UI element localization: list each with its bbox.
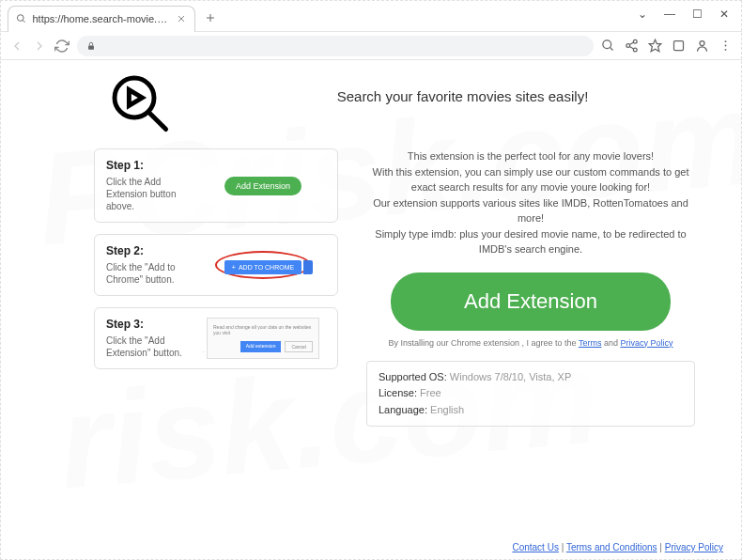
info-box: Supported OS: Windows 7/8/10, Vista, XP … [366, 361, 695, 428]
svg-rect-8 [88, 45, 94, 49]
footer-sep-1: | [559, 542, 566, 552]
lock-icon [86, 41, 96, 51]
search-icon[interactable] [601, 39, 615, 53]
footer-privacy-link[interactable]: Privacy Policy [665, 542, 723, 552]
svg-point-11 [633, 39, 637, 43]
svg-point-12 [626, 44, 630, 48]
page-headline: Search your favorite movies sites easily… [211, 88, 714, 104]
svg-rect-17 [674, 41, 684, 51]
svg-line-3 [23, 20, 24, 22]
license-value: Free [420, 387, 441, 398]
svg-line-15 [629, 46, 633, 49]
svg-point-18 [700, 41, 704, 46]
steps-column: Step 1: Click the Add Extension button a… [94, 148, 338, 427]
promo-l4: Simply type imdb: plus your desired movi… [366, 226, 695, 257]
reload-icon[interactable] [54, 39, 70, 54]
agree-pre: By Installing our Chrome extension , I a… [389, 338, 579, 348]
svg-line-10 [610, 47, 612, 50]
promo-l1: This extension is the perfect tool for a… [366, 148, 695, 164]
browser-tab[interactable]: https://home.search-movie.com [8, 6, 195, 32]
step-3-dialog: Read and change all your data on the web… [207, 318, 319, 359]
footer-sep-2: | [657, 542, 665, 552]
magnifier-play-icon [108, 71, 174, 137]
forward-icon[interactable] [32, 39, 47, 54]
new-tab-button[interactable] [201, 8, 220, 27]
os-label: Supported OS: [379, 371, 447, 382]
svg-point-19 [725, 40, 727, 42]
back-icon[interactable] [9, 39, 24, 54]
footer-terms-link[interactable]: Terms and Conditions [566, 542, 657, 552]
titlebar: https://home.search-movie.com ⌄ — ☐ ✕ [0, 0, 742, 32]
svg-point-2 [17, 15, 23, 22]
step-3-desc: Click the "Add Extension" button. [106, 334, 191, 359]
terms-link[interactable]: Terms [579, 338, 602, 348]
profile-icon[interactable] [695, 39, 709, 53]
window-controls: ⌄ — ☐ ✕ [625, 0, 742, 28]
step-1-card: Step 1: Click the Add Extension button a… [94, 148, 338, 223]
step-2-card: Step 2: Click the "Add to Chrome" button… [94, 234, 338, 296]
language-label: Language: [379, 404, 427, 415]
address-bar [0, 32, 742, 60]
dialog-add-btn: Add extension [240, 341, 282, 352]
search-icon [16, 13, 26, 24]
tab-title: https://home.search-movie.com [32, 13, 170, 24]
step-2-desc: Click the "Add to Chrome" button. [106, 261, 191, 286]
svg-point-21 [725, 49, 727, 51]
dialog-text: Read and change all your data on the web… [213, 324, 313, 335]
svg-marker-24 [129, 90, 142, 106]
page-content: Search your favorite movies sites easily… [0, 60, 742, 532]
privacy-link[interactable]: Privacy Policy [620, 338, 672, 348]
close-icon[interactable] [176, 13, 187, 24]
dialog-cancel-btn: Cancel [285, 341, 313, 352]
close-window-icon[interactable]: ✕ [719, 8, 729, 21]
step-1-desc: Click the Add Extension button above. [106, 176, 191, 212]
step-2-title: Step 2: [106, 244, 191, 257]
svg-line-14 [629, 42, 633, 45]
promo-column: This extension is the perfect tool for a… [366, 148, 714, 427]
red-arrow-icon [189, 351, 217, 352]
agree-text: By Installing our Chrome extension , I a… [366, 338, 695, 348]
step-1-pill: Add Extension [224, 177, 301, 195]
add-extension-button[interactable]: Add Extension [391, 272, 671, 331]
agree-and: and [601, 338, 620, 348]
license-label: License: [379, 387, 417, 398]
step-3-title: Step 3: [106, 318, 191, 331]
svg-point-9 [603, 40, 611, 49]
promo-l2: With this extension, you can simply use … [366, 164, 695, 195]
minimize-icon[interactable]: — [664, 8, 675, 21]
promo-text: This extension is the perfect tool for a… [366, 148, 695, 257]
svg-line-25 [202, 351, 205, 352]
footer-links: Contact Us | Terms and Conditions | Priv… [512, 542, 723, 552]
language-value: English [430, 404, 464, 415]
step-2-chrome-btn: ADD TO CHROME [224, 260, 301, 274]
maximize-icon[interactable]: ☐ [692, 8, 703, 21]
step-3-card: Step 3: Click the "Add Extension" button… [94, 307, 338, 369]
share-icon[interactable] [625, 39, 639, 53]
extensions-icon[interactable] [672, 39, 686, 53]
svg-point-13 [633, 48, 637, 52]
star-icon[interactable] [648, 39, 662, 53]
step-1-title: Step 1: [106, 159, 191, 172]
footer-contact-link[interactable]: Contact Us [512, 542, 558, 552]
promo-l3: Our extension supports various sites lik… [366, 195, 695, 226]
chevron-down-icon[interactable]: ⌄ [638, 8, 647, 21]
os-value: Windows 7/8/10, Vista, XP [450, 371, 571, 382]
svg-marker-16 [649, 39, 661, 52]
menu-icon[interactable] [719, 39, 733, 53]
url-input[interactable] [77, 36, 594, 56]
svg-line-23 [148, 112, 165, 129]
svg-point-20 [725, 45, 727, 47]
